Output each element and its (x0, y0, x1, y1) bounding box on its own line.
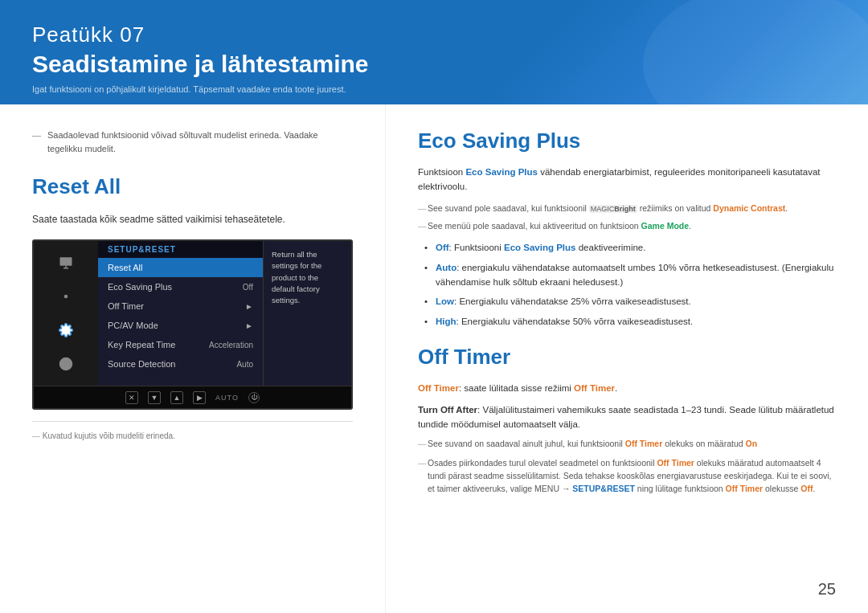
off-timer-note2-end: Off Timer (726, 484, 763, 493)
bullet-high: High: Energiakulu vähendatakse 50% võrra… (424, 314, 839, 329)
menu-item-pcav-label: PC/AV Mode (108, 321, 158, 330)
arrow-icon: ► (245, 302, 253, 311)
bullet-off: Off: Funktsiooni Eco Saving Plus deaktiv… (424, 240, 839, 255)
arrow-icon-2: ► (245, 321, 253, 330)
eco-bullet-list: Off: Funktsiooni Eco Saving Plus deaktiv… (424, 240, 839, 329)
monitor-menu: SETUP&RESET Reset All Eco Saving Plus Of… (34, 241, 351, 386)
dynamic-contrast-label: Dynamic Contrast (713, 203, 785, 213)
menu-item-source-value: Auto (236, 360, 253, 369)
off-timer-label-1: Off Timer (418, 383, 459, 393)
menu-center: SETUP&RESET Reset All Eco Saving Plus Of… (98, 241, 263, 386)
eco-saving-title: Eco Saving Plus (418, 129, 839, 153)
menu-item-eco-value: Off (243, 283, 253, 292)
main-content: Saadaolevad funktsioonid võivad sõltuval… (0, 104, 868, 613)
svg-rect-0 (60, 257, 72, 266)
eco-note-1: See suvand pole saadaval, kui funktsioon… (418, 202, 839, 215)
menu-item-reset: Reset All (98, 258, 263, 277)
menu-item-pcav: PC/AV Mode ► (98, 316, 263, 335)
menu-item-eco-label: Eco Saving Plus (108, 282, 172, 292)
menu-icon-settings (55, 319, 77, 341)
menu-side-text: Return all the settings for the product … (263, 241, 351, 386)
off-timer-note-2: Osades piirkondades turul olevatel seadm… (418, 457, 839, 495)
setup-reset-label: SETUP&RESET (572, 484, 635, 493)
page-title: Seadistamine ja lähtestamine (32, 51, 836, 78)
eco-saving-desc: Funktsioon Eco Saving Plus vähendab ener… (418, 165, 839, 194)
bullet-off-eco: Eco Saving Plus (504, 243, 575, 252)
menu-icon-display (55, 251, 77, 274)
bullet-high-label: High (436, 317, 457, 326)
monitor-btn-right: ▶ (193, 391, 206, 404)
game-mode-label: Game Mode (641, 221, 690, 231)
monitor-btn-up: ▲ (170, 391, 183, 404)
off-timer-line2: Turn Off After: Väljalülitustaimeri vahe… (418, 403, 839, 432)
svg-point-3 (64, 295, 68, 299)
left-column: Saadaolevad funktsioonid võivad sõltuval… (0, 104, 386, 613)
header-banner: Peatükk 07 Seadistamine ja lähtestamine … (0, 0, 868, 104)
bullet-auto: Auto: energiakulu vähendatakse automaats… (424, 260, 839, 290)
menu-side-description: Return all the settings for the product … (272, 249, 343, 306)
bullet-low: Low: Energiakulu vähendatakse 25% võrra … (424, 294, 839, 309)
reset-description: Saate taastada kõik seadme sätted vaikim… (32, 212, 353, 227)
off-timer-label-2: Off Timer (574, 383, 615, 393)
monitor-btn-down: ▼ (148, 391, 161, 404)
turn-off-after-label: Turn Off After (418, 405, 477, 415)
menu-item-source-label: Source Detection (108, 359, 175, 369)
reset-all-title: Reset All (32, 174, 353, 199)
bullet-low-label: Low (436, 296, 454, 306)
monitor-auto-label: AUTO (215, 394, 239, 402)
menu-icon-info (55, 353, 77, 375)
bullet-auto-label: Auto (436, 263, 457, 272)
eco-saving-highlight: Eco Saving Plus (465, 167, 537, 177)
menu-item-keyrepeat-label: Key Repeat Time (108, 340, 175, 349)
chapter-label: Peatükk 07 (32, 22, 836, 47)
menu-icon-adjustment (55, 285, 77, 308)
header-subtitle: Igat funktsiooni on põhjalikult kirjelda… (32, 84, 836, 94)
eco-note-2: See menüü pole saadaval, kui aktiveeritu… (418, 220, 839, 233)
menu-item-keyrepeat-value: Acceleration (209, 341, 253, 349)
off-timer-note1-label: Off Timer (625, 439, 662, 448)
monitor-bottom-bar: ✕ ▼ ▲ ▶ AUTO ⏻ (34, 386, 351, 408)
menu-item-offtimer: Off Timer ► (98, 296, 263, 316)
bullet-off-label: Off (436, 243, 449, 252)
menu-icon-bar (34, 241, 98, 386)
off-timer-note-1: See suvand on saadaval ainult juhul, kui… (418, 438, 839, 451)
off-timer-section: Off Timer Off Timer: saate lülitada siss… (418, 345, 839, 495)
on-label: On (746, 439, 758, 448)
page-number: 25 (818, 580, 836, 599)
top-note: Saadaolevad funktsioonid võivad sõltuval… (32, 129, 353, 155)
menu-header-label: SETUP&RESET (98, 241, 263, 258)
off-label: Off (800, 484, 813, 493)
off-timer-title: Off Timer (418, 345, 839, 370)
monitor-mockup: SETUP&RESET Reset All Eco Saving Plus Of… (32, 239, 353, 410)
menu-item-keyrepeat: Key Repeat Time Acceleration (98, 335, 263, 354)
monitor-power-btn: ⏻ (248, 392, 260, 403)
menu-item-reset-label: Reset All (108, 263, 142, 272)
right-column: Eco Saving Plus Funktsioon Eco Saving Pl… (386, 104, 868, 613)
bottom-note: Kuvatud kujutis võib mudeliti erineda. (32, 421, 353, 442)
menu-item-eco: Eco Saving Plus Off (98, 277, 263, 296)
off-timer-line1: Off Timer: saate lülitada sisse režiimi … (418, 381, 839, 395)
eco-saving-section: Eco Saving Plus Funktsioon Eco Saving Pl… (418, 129, 839, 329)
menu-item-source: Source Detection Auto (98, 354, 263, 374)
magic-bright-label: MAGICBright (589, 205, 637, 213)
menu-item-offtimer-label: Off Timer (108, 301, 144, 311)
monitor-btn-x: ✕ (125, 391, 138, 404)
off-timer-note2-label: Off Timer (657, 458, 694, 468)
